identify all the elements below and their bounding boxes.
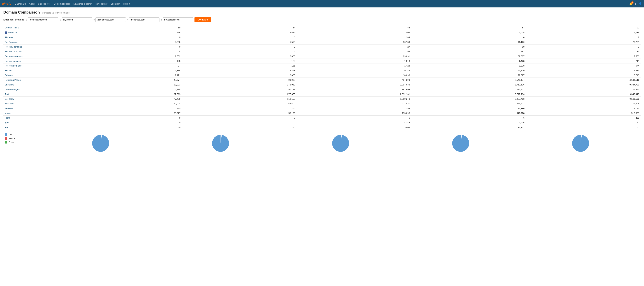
row-value-4: 20,607 (411, 73, 526, 78)
row-value-2: 99,913 (182, 78, 296, 82)
table-row: .gov004,1461,23631 (4, 120, 640, 125)
table-row: fFacebook6662,6841,0093,9159,716 (4, 30, 640, 35)
row-value-1: 30 (67, 125, 182, 130)
row-value-4: 41,219 (411, 68, 526, 73)
domain-field-5[interactable] (163, 18, 193, 22)
comparison-table: Domain Rating6954838782fFacebook6662,684… (4, 25, 640, 130)
domain-field-1[interactable] (28, 18, 58, 22)
row-value-1: 1,552 (67, 54, 182, 59)
row-value-3: 454,290 (296, 78, 411, 82)
row-value-1: 97 (67, 64, 182, 68)
row-value-4: 3,753,526 (411, 82, 526, 87)
domain-num-2: 2 (60, 19, 61, 21)
table-row: Image38,97756,106193,693843,278516,539 (4, 111, 640, 116)
row-value-5: 516,539 (526, 111, 640, 116)
pie-chart-2 (210, 133, 231, 153)
row-value-2: 57,133 (182, 87, 296, 92)
row-label: Form (4, 116, 67, 120)
table-row: Ref .edu domains849529715 (4, 49, 640, 54)
table-row: Text87,513277,6552,092,1613,717,7869,342… (4, 92, 640, 97)
compare-button[interactable]: Compare (194, 17, 211, 22)
domain-input-2: 2 (60, 18, 92, 22)
row-value-2: 5,553 (182, 40, 296, 45)
table-row: Redirect3252661,25435,1902,792 (4, 106, 640, 111)
enter-domains-label: Enter your domains (4, 19, 24, 21)
monitor-icon[interactable]: 🖥 (634, 2, 637, 5)
row-label: Pinterest (4, 35, 67, 40)
row-value-1: 108 (67, 59, 182, 64)
row-value-2: 3,863 (182, 68, 296, 73)
row-value-1: 87,513 (67, 92, 182, 97)
row-value-3: 4,146 (296, 120, 411, 125)
row-value-1: 0 (67, 45, 182, 49)
row-value-5: 17,556 (526, 54, 640, 59)
row-value-5: 2 (526, 35, 640, 40)
notification-badge: 3 (631, 1, 634, 4)
row-value-2: 216 (182, 125, 296, 130)
row-label: .gov (4, 120, 67, 125)
row-value-4: 297 (411, 49, 526, 54)
nav-keywords-explorer[interactable]: Keywords explorer (72, 2, 93, 6)
nav-more[interactable]: More ▾ (122, 2, 132, 6)
domain-num-1: 1 (26, 19, 27, 21)
row-value-5: 20,751 (526, 40, 640, 45)
row-value-2: 278,033 (182, 82, 296, 87)
notification-bell[interactable]: 🔔 3 (629, 2, 632, 6)
nav-content-explorer[interactable]: Content explorer (52, 2, 71, 6)
row-value-5: 82 (526, 25, 640, 30)
pie-chart-5 (570, 133, 591, 153)
row-value-2: 2,863 (182, 54, 296, 59)
legend-item: Redirect (5, 137, 39, 140)
row-value-5: 9,716 (526, 30, 640, 35)
row-label: Ref Domains (4, 40, 67, 45)
row-value-4: 3,915 (411, 30, 526, 35)
row-value-2: 0 (182, 45, 296, 49)
domain-field-4[interactable] (129, 18, 160, 22)
row-value-4: 843,278 (411, 111, 526, 116)
row-label: Redirect (4, 106, 67, 111)
row-value-3: 2,092,161 (296, 92, 411, 97)
row-value-3: 1,254 (296, 106, 411, 111)
row-value-3: 6 (296, 116, 411, 120)
domain-field-2[interactable] (62, 18, 92, 22)
chart-col-1 (40, 132, 161, 155)
table-row: Domain Rating6954838782 (4, 25, 640, 30)
row-label: Ref IPs (4, 68, 67, 73)
chart-col-3 (280, 132, 401, 155)
table-row: Ref IPs2,3343,86319,78641,21912,619 (4, 68, 640, 73)
row-value-1: 0 (67, 116, 182, 120)
row-value-1: 2,790 (67, 40, 182, 45)
page-header: Domain Comparison Compare up to five dom… (4, 10, 640, 15)
row-value-1: 45,974 (67, 78, 182, 82)
nav-alerts[interactable]: Alerts (28, 2, 36, 6)
row-value-3: 1,428 (296, 64, 411, 68)
table-row: Ref .net domains1081761,2132,478711 (4, 59, 640, 64)
charts-area (40, 132, 640, 155)
row-value-2: 277,655 (182, 92, 296, 97)
row-value-2: 2,003 (182, 73, 296, 78)
legend-item: Text (5, 133, 39, 136)
nav-site-audit[interactable]: Site audit (110, 2, 121, 6)
row-value-2: 176 (182, 59, 296, 64)
nav-site-explorer[interactable]: Site explorer (37, 2, 52, 6)
row-value-4: 2,542,174 (411, 78, 526, 82)
table-row: SubNets1,4712,00310,69820,6076,740 (4, 73, 640, 78)
charts-section: TextRedirectForm (4, 132, 640, 155)
row-label: Image (4, 111, 67, 116)
nav-dashboard[interactable]: Dashboard (14, 2, 27, 6)
row-value-4: 21,932 (411, 125, 526, 130)
table-row: Form0066423 (4, 116, 640, 120)
domain-num-3: 3 (94, 19, 95, 21)
domain-field-3[interactable] (96, 18, 126, 22)
row-label: Ref .com domains (4, 54, 67, 59)
row-label: Ref .org domains (4, 64, 67, 68)
chart-legend: TextRedirectForm (4, 132, 40, 155)
domain-num-4: 4 (127, 19, 128, 21)
row-value-5: 174,695 (526, 101, 640, 106)
row-label: DoFollow (4, 97, 67, 101)
row-value-5: 31 (526, 120, 640, 125)
nav-rank-tracker[interactable]: Rank tracker (94, 2, 109, 6)
row-value-3: 3,608 (296, 125, 411, 130)
row-value-2: 0 (182, 116, 296, 120)
user-icon[interactable]: 👤 (638, 2, 642, 6)
